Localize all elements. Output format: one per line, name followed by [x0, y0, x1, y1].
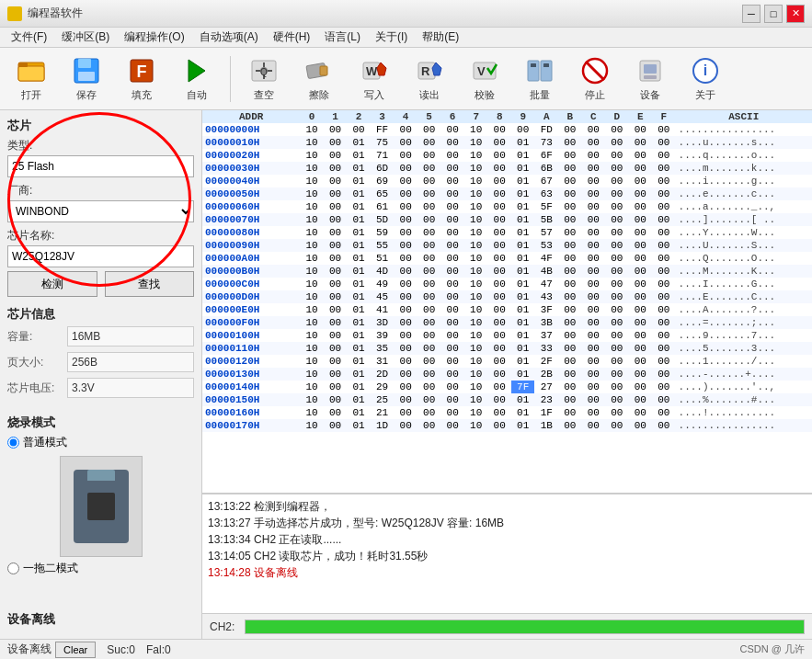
- hex-cell[interactable]: 00: [440, 342, 464, 355]
- hex-cell[interactable]: 00: [417, 381, 441, 393]
- hex-cell[interactable]: 00: [511, 123, 535, 136]
- hex-cell[interactable]: 00: [629, 355, 653, 368]
- hex-cell[interactable]: 01: [511, 342, 535, 355]
- hex-cell[interactable]: 10: [300, 393, 324, 406]
- hex-cell[interactable]: 41: [371, 303, 395, 316]
- hex-cell[interactable]: 00: [605, 381, 629, 393]
- hex-cell[interactable]: 00: [417, 368, 441, 381]
- hex-cell[interactable]: 5F: [534, 200, 558, 213]
- hex-cell[interactable]: 31: [371, 355, 395, 368]
- hex-cell[interactable]: 00: [605, 303, 629, 316]
- hex-cell[interactable]: 00: [582, 265, 606, 278]
- hex-cell[interactable]: 1B: [534, 419, 558, 432]
- hex-cell[interactable]: 00: [394, 381, 417, 393]
- hex-cell[interactable]: 43: [534, 290, 558, 303]
- hex-cell[interactable]: 65: [371, 187, 395, 200]
- hex-cell[interactable]: 01: [347, 342, 371, 355]
- hex-cell[interactable]: 00: [629, 419, 653, 432]
- hex-cell[interactable]: 00: [558, 187, 582, 200]
- vendor-select[interactable]: WINBOND MACRONIX GIGADEVICE ISSI: [7, 200, 194, 222]
- hex-cell[interactable]: 00: [417, 316, 441, 329]
- hex-cell[interactable]: 00: [558, 278, 582, 290]
- menu-file[interactable]: 文件(F): [4, 28, 54, 47]
- hex-cell[interactable]: 00: [394, 303, 417, 316]
- toolbar-save-button[interactable]: 保存: [63, 52, 110, 106]
- hex-cell[interactable]: 4F: [534, 252, 558, 265]
- hex-cell[interactable]: 00: [440, 419, 464, 432]
- toolbar-fill-button[interactable]: F 填充: [118, 52, 166, 106]
- hex-cell[interactable]: 00: [652, 123, 676, 136]
- search-button[interactable]: 查找: [105, 271, 195, 297]
- hex-cell[interactable]: 00: [487, 252, 511, 265]
- hex-cell[interactable]: 00: [440, 329, 464, 342]
- hex-cell[interactable]: 00: [487, 175, 511, 187]
- hex-cell[interactable]: 10: [300, 303, 324, 316]
- hex-cell[interactable]: 29: [371, 381, 395, 393]
- maximize-button[interactable]: □: [764, 5, 783, 23]
- hex-cell[interactable]: 10: [464, 368, 488, 381]
- toolbar-device-button[interactable]: 设备: [626, 52, 674, 106]
- menu-buffer[interactable]: 缓冲区(B): [54, 28, 117, 47]
- hex-cell[interactable]: 10: [300, 252, 324, 265]
- hex-cell[interactable]: 00: [394, 406, 417, 419]
- hex-cell[interactable]: 01: [347, 162, 371, 175]
- hex-cell[interactable]: 10: [300, 123, 324, 136]
- hex-cell[interactable]: 00: [582, 381, 606, 393]
- hex-cell[interactable]: 00: [652, 316, 676, 329]
- hex-cell[interactable]: 00: [582, 342, 606, 355]
- hex-cell[interactable]: 00: [558, 329, 582, 342]
- hex-cell[interactable]: 00: [417, 149, 441, 162]
- hex-cell[interactable]: 00: [487, 419, 511, 432]
- hex-cell[interactable]: 00: [440, 290, 464, 303]
- hex-cell[interactable]: 10: [464, 290, 488, 303]
- hex-cell[interactable]: 10: [464, 406, 488, 419]
- hex-cell[interactable]: 10: [464, 329, 488, 342]
- hex-cell[interactable]: 00: [394, 316, 417, 329]
- hex-cell[interactable]: 00: [394, 175, 417, 187]
- hex-cell[interactable]: 01: [511, 239, 535, 252]
- hex-cell[interactable]: 10: [300, 342, 324, 355]
- hex-cell[interactable]: 00: [324, 316, 348, 329]
- hex-cell[interactable]: 10: [464, 213, 488, 226]
- hex-cell[interactable]: 00: [652, 226, 676, 239]
- hex-cell[interactable]: 67: [534, 175, 558, 187]
- hex-cell[interactable]: 00: [417, 200, 441, 213]
- hex-cell[interactable]: 61: [371, 200, 395, 213]
- hex-cell[interactable]: 63: [534, 187, 558, 200]
- hex-cell[interactable]: 00: [629, 303, 653, 316]
- hex-cell[interactable]: 00: [629, 316, 653, 329]
- hex-cell[interactable]: 01: [511, 265, 535, 278]
- hex-cell[interactable]: 00: [582, 368, 606, 381]
- hex-cell[interactable]: 00: [558, 200, 582, 213]
- hex-cell[interactable]: 00: [582, 406, 606, 419]
- hex-cell[interactable]: 10: [300, 149, 324, 162]
- hex-cell[interactable]: 00: [417, 187, 441, 200]
- hex-cell[interactable]: 00: [324, 355, 348, 368]
- hex-cell[interactable]: 10: [464, 355, 488, 368]
- hex-cell[interactable]: 01: [347, 303, 371, 316]
- hex-cell[interactable]: 10: [300, 200, 324, 213]
- hex-cell[interactable]: 00: [629, 368, 653, 381]
- hex-cell[interactable]: 00: [629, 252, 653, 265]
- hex-cell[interactable]: 10: [300, 213, 324, 226]
- hex-cell[interactable]: 01: [511, 136, 535, 149]
- hex-cell[interactable]: 2D: [371, 368, 395, 381]
- hex-cell[interactable]: 00: [324, 149, 348, 162]
- hex-cell[interactable]: 01: [347, 187, 371, 200]
- hex-cell[interactable]: 00: [417, 136, 441, 149]
- hex-cell[interactable]: 2F: [534, 355, 558, 368]
- menu-help[interactable]: 帮助(E): [415, 28, 466, 47]
- hex-cell[interactable]: 01: [511, 393, 535, 406]
- hex-cell[interactable]: 00: [652, 393, 676, 406]
- hex-cell[interactable]: 00: [629, 149, 653, 162]
- hex-cell[interactable]: 01: [347, 252, 371, 265]
- hex-cell[interactable]: 00: [324, 368, 348, 381]
- hex-cell[interactable]: 10: [464, 162, 488, 175]
- hex-cell[interactable]: 00: [629, 175, 653, 187]
- hex-cell[interactable]: 00: [440, 239, 464, 252]
- hex-cell[interactable]: 10: [464, 239, 488, 252]
- hex-cell[interactable]: 00: [629, 290, 653, 303]
- hex-cell[interactable]: 00: [487, 290, 511, 303]
- hex-cell[interactable]: 01: [347, 406, 371, 419]
- hex-cell[interactable]: 00: [652, 239, 676, 252]
